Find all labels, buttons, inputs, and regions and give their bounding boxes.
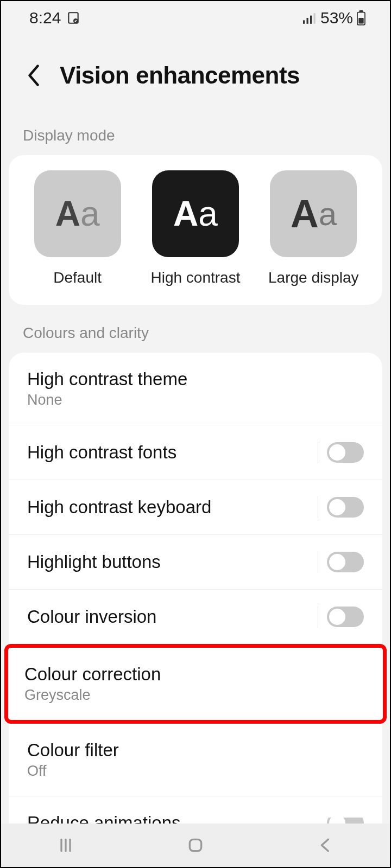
highlight-annotation: Colour correction Greyscale <box>4 644 387 724</box>
status-battery-text: 53% <box>320 9 353 27</box>
section-colours-label: Colours and clarity <box>1 305 390 353</box>
page-header: Vision enhancements <box>1 27 390 127</box>
section-display-mode-label: Display mode <box>1 127 390 155</box>
setting-title: Colour correction <box>24 664 161 685</box>
display-mode-default-label: Default <box>53 269 102 286</box>
recents-icon <box>57 837 74 854</box>
status-bar: 8:24 53% <box>1 1 390 27</box>
setting-high-contrast-fonts[interactable]: High contrast fonts <box>9 425 382 480</box>
divider <box>318 606 318 628</box>
back-icon <box>317 837 334 854</box>
display-mode-default[interactable]: Aa Default <box>24 170 131 286</box>
status-left: 8:24 <box>29 9 80 27</box>
divider <box>318 496 318 518</box>
display-mode-high-contrast-tile: Aa <box>152 170 239 257</box>
setting-title: High contrast theme <box>27 369 187 390</box>
toggle-high-contrast-keyboard[interactable] <box>327 497 364 518</box>
divider <box>318 442 318 463</box>
display-mode-high-contrast[interactable]: Aa High contrast <box>142 170 249 286</box>
svg-rect-12 <box>190 839 201 851</box>
signal-icon <box>303 12 317 24</box>
setting-title: High contrast keyboard <box>27 497 211 518</box>
display-mode-default-tile: Aa <box>34 170 121 257</box>
setting-sub: Off <box>27 763 119 780</box>
status-time: 8:24 <box>29 9 61 27</box>
svg-rect-2 <box>303 20 305 24</box>
chevron-left-icon <box>26 65 41 86</box>
svg-rect-8 <box>358 18 363 24</box>
setting-sub: None <box>27 392 187 409</box>
display-mode-large-display[interactable]: Aa Large display <box>260 170 367 286</box>
setting-colour-inversion[interactable]: Colour inversion <box>9 589 382 644</box>
setting-sub: Greyscale <box>24 687 161 704</box>
navigation-bar <box>1 824 390 867</box>
display-mode-large-display-tile: Aa <box>270 170 357 257</box>
nav-back-button[interactable] <box>309 834 342 856</box>
nav-recents-button[interactable] <box>49 834 82 856</box>
setting-title: Colour inversion <box>27 607 156 627</box>
toggle-highlight-buttons[interactable] <box>327 552 364 572</box>
nav-home-button[interactable] <box>179 834 212 856</box>
setting-colour-correction[interactable]: Colour correction Greyscale <box>8 648 383 720</box>
svg-rect-3 <box>306 18 308 24</box>
home-icon <box>187 837 204 854</box>
page-title: Vision enhancements <box>60 62 300 89</box>
notification-icon <box>66 11 80 25</box>
display-mode-large-display-label: Large display <box>268 269 359 286</box>
setting-high-contrast-theme[interactable]: High contrast theme None <box>9 353 382 425</box>
setting-colour-filter[interactable]: Colour filter Off <box>9 724 382 796</box>
settings-list-2: Colour filter Off Reduce animations <box>9 724 382 833</box>
setting-high-contrast-keyboard[interactable]: High contrast keyboard <box>9 480 382 534</box>
setting-title: Highlight buttons <box>27 552 161 572</box>
svg-rect-5 <box>313 13 315 24</box>
svg-rect-4 <box>310 16 312 24</box>
toggle-colour-inversion[interactable] <box>327 607 364 627</box>
divider <box>318 551 318 573</box>
display-mode-panel: Aa Default Aa High contrast Aa Large dis… <box>9 155 382 305</box>
setting-highlight-buttons[interactable]: Highlight buttons <box>9 534 382 589</box>
setting-title: High contrast fonts <box>27 442 176 463</box>
display-mode-high-contrast-label: High contrast <box>151 269 241 286</box>
back-button[interactable] <box>23 65 45 86</box>
status-right: 53% <box>303 9 366 27</box>
setting-title: Colour filter <box>27 740 119 761</box>
settings-list: High contrast theme None High contrast f… <box>9 353 382 644</box>
battery-icon <box>356 10 366 25</box>
toggle-high-contrast-fonts[interactable] <box>327 442 364 463</box>
